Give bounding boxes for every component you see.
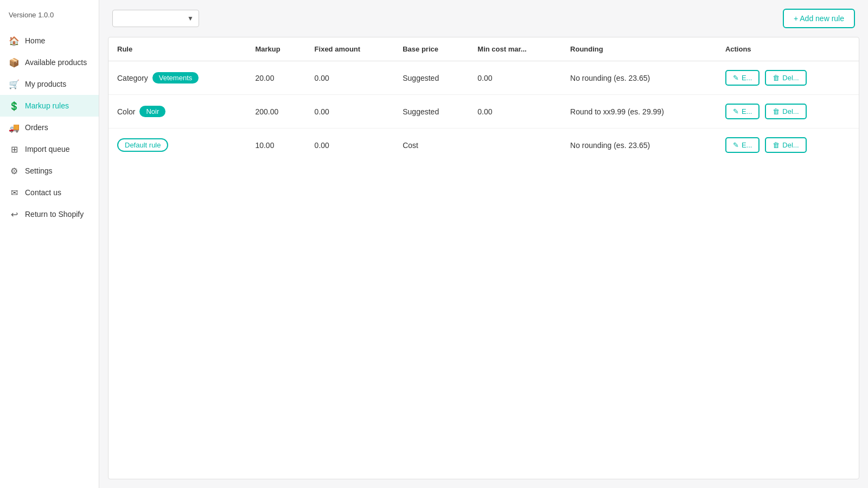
- main-content: ▼ + Add new rule Rule Markup Fixed amoun…: [99, 0, 868, 488]
- import-queue-icon: ⊞: [9, 144, 20, 155]
- min-cost-mar-value: 0.00: [469, 61, 561, 95]
- rule-badge: Default rule: [117, 138, 168, 152]
- sidebar-item-settings[interactable]: ⚙ Settings: [0, 160, 99, 182]
- sidebar-item-return-to-shopify[interactable]: ↩ Return to Shopify: [0, 203, 99, 225]
- delete-button[interactable]: 🗑 Del...: [765, 70, 806, 86]
- sidebar-item-contact-us[interactable]: ✉ Contact us: [0, 182, 99, 203]
- filter-dropdown-wrapper: ▼: [112, 10, 199, 27]
- col-rounding: Rounding: [561, 37, 717, 61]
- contact-us-icon: ✉: [9, 187, 20, 198]
- markup-value: 10.00: [246, 129, 305, 162]
- sidebar-item-label: Home: [25, 36, 45, 45]
- rule-cell: Category Vetements: [108, 61, 246, 95]
- col-fixed-amount: Fixed amount: [306, 37, 394, 61]
- sidebar-item-label: Markup rules: [25, 101, 69, 110]
- markup-rules-content: Rule Markup Fixed amount Base price Min …: [108, 37, 859, 479]
- sidebar-item-label: Return to Shopify: [25, 210, 84, 219]
- edit-button[interactable]: ✎ E...: [725, 137, 760, 153]
- filter-dropdown[interactable]: [112, 10, 199, 27]
- topbar: ▼ + Add new rule: [99, 0, 868, 37]
- sidebar-item-markup-rules[interactable]: 💲 Markup rules: [0, 95, 99, 117]
- fixed-amount-value: 0.00: [306, 95, 394, 129]
- rule-prefix: Category: [117, 74, 148, 82]
- rule-prefix: Color: [117, 107, 135, 116]
- col-min-cost-mar: Min cost mar...: [469, 37, 561, 61]
- sidebar-item-label: Contact us: [25, 188, 61, 197]
- min-cost-mar-value: [469, 129, 561, 162]
- markup-value: 20.00: [246, 61, 305, 95]
- edit-icon: ✎: [733, 107, 739, 115]
- sidebar-item-my-products[interactable]: 🛒 My products: [0, 73, 99, 95]
- table-row: Category Vetements 20.00 0.00 Suggested …: [108, 61, 859, 95]
- rounding-value: Round to xx9.99 (es. 29.99): [561, 95, 717, 129]
- sidebar-item-orders[interactable]: 🚚 Orders: [0, 117, 99, 138]
- sidebar-item-import-queue[interactable]: ⊞ Import queue: [0, 138, 99, 160]
- markup-value: 200.00: [246, 95, 305, 129]
- delete-button[interactable]: 🗑 Del...: [765, 104, 806, 119]
- min-cost-mar-value: 0.00: [469, 95, 561, 129]
- orders-icon: 🚚: [9, 122, 20, 133]
- base-price-value: Suggested: [394, 95, 469, 129]
- sidebar-item-label: My products: [25, 80, 66, 88]
- actions-cell: ✎ E... 🗑 Del...: [717, 61, 859, 95]
- actions-cell: ✎ E... 🗑 Del...: [717, 129, 859, 162]
- sidebar-item-label: Available products: [25, 58, 87, 67]
- sidebar: Versione 1.0.0 🏠 Home 📦 Available produc…: [0, 0, 99, 488]
- rounding-value: No rounding (es. 23.65): [561, 61, 717, 95]
- actions-cell: ✎ E... 🗑 Del...: [717, 95, 859, 129]
- edit-button[interactable]: ✎ E...: [725, 70, 760, 86]
- col-base-price: Base price: [394, 37, 469, 61]
- rule-cell: Default rule: [108, 129, 246, 162]
- base-price-value: Suggested: [394, 61, 469, 95]
- trash-icon: 🗑: [773, 141, 780, 149]
- col-rule: Rule: [108, 37, 246, 61]
- markup-rules-table: Rule Markup Fixed amount Base price Min …: [108, 37, 859, 162]
- rounding-value: No rounding (es. 23.65): [561, 129, 717, 162]
- version-label: Versione 1.0.0: [0, 11, 99, 30]
- fixed-amount-value: 0.00: [306, 61, 394, 95]
- trash-icon: 🗑: [773, 107, 780, 115]
- table-row: Color Noir 200.00 0.00 Suggested 0.00 Ro…: [108, 95, 859, 129]
- rule-cell: Color Noir: [108, 95, 246, 129]
- table-header-row: Rule Markup Fixed amount Base price Min …: [108, 37, 859, 61]
- fixed-amount-value: 0.00: [306, 129, 394, 162]
- sidebar-item-label: Orders: [25, 123, 48, 132]
- edit-button[interactable]: ✎ E...: [725, 104, 760, 119]
- my-products-icon: 🛒: [9, 79, 20, 89]
- rule-badge: Noir: [139, 106, 165, 117]
- sidebar-item-label: Settings: [25, 166, 53, 175]
- markup-rules-icon: 💲: [9, 100, 20, 111]
- trash-icon: 🗑: [773, 74, 780, 82]
- sidebar-item-home[interactable]: 🏠 Home: [0, 30, 99, 52]
- sidebar-item-label: Import queue: [25, 145, 70, 153]
- col-markup: Markup: [246, 37, 305, 61]
- table-row: Default rule 10.00 0.00 Cost No rounding…: [108, 129, 859, 162]
- edit-icon: ✎: [733, 141, 739, 149]
- delete-button[interactable]: 🗑 Del...: [765, 137, 806, 153]
- rule-badge: Vetements: [152, 72, 199, 84]
- return-shopify-icon: ↩: [9, 209, 20, 220]
- table-body: Category Vetements 20.00 0.00 Suggested …: [108, 61, 859, 162]
- table-header: Rule Markup Fixed amount Base price Min …: [108, 37, 859, 61]
- available-products-icon: 📦: [9, 57, 20, 68]
- edit-icon: ✎: [733, 74, 739, 82]
- settings-icon: ⚙: [9, 165, 20, 176]
- add-new-rule-button[interactable]: + Add new rule: [783, 9, 855, 28]
- col-actions: Actions: [717, 37, 859, 61]
- base-price-value: Cost: [394, 129, 469, 162]
- sidebar-item-available-products[interactable]: 📦 Available products: [0, 52, 99, 73]
- home-icon: 🏠: [9, 35, 20, 46]
